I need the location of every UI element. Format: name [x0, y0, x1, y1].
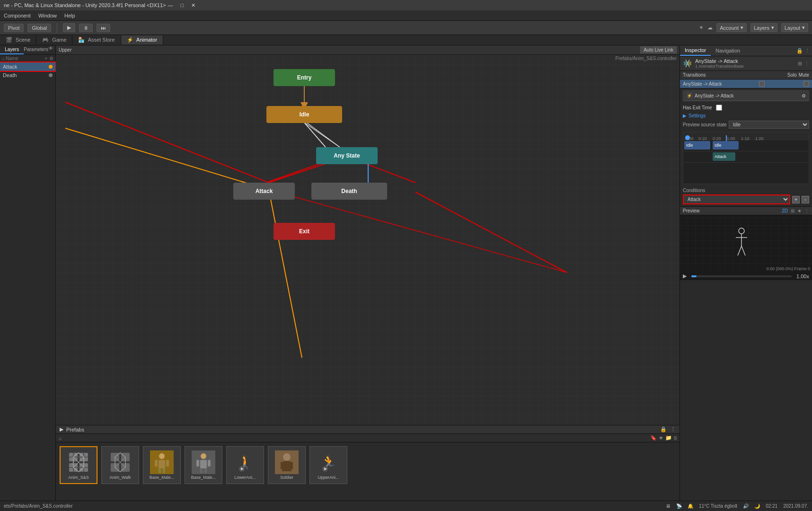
tab-game[interactable]: 🎮 Game — [36, 35, 72, 44]
node-idle-label: Idle — [300, 111, 309, 118]
asset-soldier-label: Soldier — [280, 475, 293, 480]
preview-star-icon: ★ — [797, 208, 802, 213]
global-button[interactable]: Global — [27, 24, 51, 32]
preview-progress-bar[interactable] — [691, 275, 792, 277]
preview-play-button[interactable]: ▶ — [683, 273, 687, 279]
layers-dropdown[interactable]: Layers ▾ — [750, 23, 777, 32]
step-button[interactable]: ⏭ — [97, 24, 110, 32]
search-icon: ⌕ — [2, 56, 5, 61]
rp-tab-inspector[interactable]: Inspector — [680, 45, 711, 56]
condition-dropdown[interactable]: Attack — [683, 194, 790, 204]
has-exit-time-checkbox[interactable] — [716, 105, 722, 111]
tab-scene[interactable]: 🎬 Scene — [0, 35, 36, 44]
node-exit[interactable]: Exit — [274, 223, 335, 240]
minimize-button[interactable]: — — [166, 2, 175, 9]
preview-more-icon[interactable]: ⋮ — [804, 208, 809, 213]
play-button[interactable]: ▶ — [63, 23, 75, 32]
more-icon[interactable]: ⋮ — [671, 426, 676, 432]
more-icon-rp[interactable]: ⋮ — [804, 61, 809, 67]
search-input-bottom[interactable] — [64, 435, 648, 441]
preview-expand-icon[interactable]: ⊞ — [791, 208, 794, 213]
preview-canvas: 0:00 (000.0%) Frame 0 — [680, 215, 812, 272]
anim-item-attack[interactable]: Attack — [0, 62, 55, 71]
solo-mute-area: Solo Mute — [787, 72, 809, 78]
detail-icon: ⚡ — [686, 92, 693, 99]
maximize-button[interactable]: □ — [178, 2, 185, 9]
status-icon-2: 📡 — [676, 503, 682, 509]
playhead-indicator[interactable] — [685, 135, 690, 140]
svg-line-6 — [415, 192, 567, 273]
more-rp-icon[interactable]: ⋮ — [805, 48, 810, 54]
toolbar: Pivot Global ▶ ⏸ ⏭ ☀ ☁ Account ▾ Layers … — [0, 21, 812, 35]
asset-upper-ani-icon: 🏃 — [317, 450, 340, 474]
window-controls[interactable]: — □ ✕ — [166, 2, 197, 9]
settings-expand-row[interactable]: ▶ Settings — [680, 112, 812, 119]
asset-lower-ani[interactable]: 🚶 LowerAni... — [226, 446, 264, 484]
asset-upper-ani-label: UpperAni... — [318, 475, 339, 480]
rp-tab-navigation[interactable]: Navigation — [711, 46, 745, 55]
expand-icon[interactable]: ▶ — [60, 426, 63, 432]
lp-tab-parameters[interactable]: Parameters — [24, 45, 48, 54]
node-attack[interactable]: Attack — [233, 183, 295, 200]
close-button[interactable]: ✕ — [189, 2, 197, 9]
svg-line-9 — [304, 123, 340, 147]
layer-settings-icon[interactable]: ⚙ — [49, 56, 53, 61]
account-chevron-icon: ▾ — [741, 25, 743, 31]
remove-condition-button[interactable]: - — [802, 196, 809, 203]
timeline-idle-1-label: Idle — [686, 143, 693, 148]
transition-solo-checkbox[interactable] — [759, 81, 765, 87]
svg-line-2 — [269, 190, 302, 358]
tab-asset-store[interactable]: 🏪 Asset Store — [72, 35, 121, 44]
svg-rect-39 — [196, 460, 199, 467]
menu-component[interactable]: Component — [4, 13, 31, 18]
account-dropdown[interactable]: Account ▾ — [716, 23, 747, 32]
asset-anim-ss[interactable]: Anim_S&S — [60, 446, 97, 484]
svg-line-8 — [65, 102, 269, 183]
asset-base-male-2[interactable]: Base_Male... — [185, 446, 222, 484]
svg-line-11 — [304, 123, 326, 147]
svg-point-28 — [159, 453, 165, 459]
node-idle[interactable]: Idle — [266, 106, 342, 123]
node-death[interactable]: Death — [311, 183, 387, 200]
asset-upper-ani[interactable]: 🏃 UpperAni... — [309, 446, 347, 484]
svg-rect-47 — [291, 462, 293, 469]
star-icon: ★ — [659, 435, 663, 441]
menu-window[interactable]: Window — [38, 13, 57, 18]
gear-icon-detail[interactable]: ⚙ — [802, 93, 806, 98]
layout-dropdown[interactable]: Layout ▾ — [781, 23, 808, 32]
tab-animator[interactable]: ⚡ Animator — [121, 35, 163, 44]
asset-soldier[interactable]: Soldier — [268, 446, 306, 484]
svg-point-45 — [283, 453, 291, 461]
has-exit-time-row: Has Exit Time — [680, 103, 812, 112]
preview-2d-button[interactable]: 2D — [782, 208, 788, 213]
node-anystate[interactable]: Any State — [316, 147, 378, 164]
add-layer-button[interactable]: + — [44, 56, 47, 61]
menubar: Component Window Help — [0, 10, 812, 21]
pause-button[interactable]: ⏸ — [79, 24, 93, 32]
timeline-block-attack: Attack — [713, 152, 735, 161]
add-condition-button[interactable]: + — [792, 196, 800, 203]
anim-item-death[interactable]: Death — [0, 71, 55, 79]
auto-live-link-button[interactable]: Auto Live Link — [640, 46, 677, 53]
preview-source-dropdown[interactable]: Idle — [729, 121, 809, 129]
date-label: 2021.09.07. — [783, 503, 808, 509]
transition-item-anystate-attack[interactable]: AnyState -> Attack — [680, 79, 812, 88]
lock-rp-icon[interactable]: 🔒 — [796, 48, 803, 54]
asset-lower-ani-label: LowerAni... — [234, 475, 256, 480]
menu-help[interactable]: Help — [64, 13, 75, 18]
expand-icon-rp[interactable]: ⊞ — [798, 61, 802, 67]
transition-subtitle: 1 AnimatorTransitionBase — [695, 64, 744, 69]
node-entry[interactable]: Entry — [274, 69, 335, 86]
asset-anim-ss-icon — [67, 450, 90, 474]
lp-tab-layers[interactable]: Layers — [0, 45, 24, 54]
center-area: Upper Auto Live Link — [56, 45, 680, 511]
svg-rect-0 — [56, 55, 680, 425]
asset-base-male-1[interactable]: Base_Male... — [143, 446, 181, 484]
transition-mute-checkbox[interactable] — [803, 81, 809, 87]
left-panel-eye-icon[interactable]: 👁 — [48, 45, 53, 54]
pivot-button[interactable]: Pivot — [4, 24, 24, 32]
search-icon-bottom: ⌕ — [59, 435, 62, 441]
asset-anim-ss-label: Anim_S&S — [68, 475, 89, 480]
asset-anim-walk[interactable]: Anim_Walk — [101, 446, 139, 484]
animator-canvas[interactable]: Entry Idle Any State Attack Death Exit P… — [56, 55, 680, 425]
